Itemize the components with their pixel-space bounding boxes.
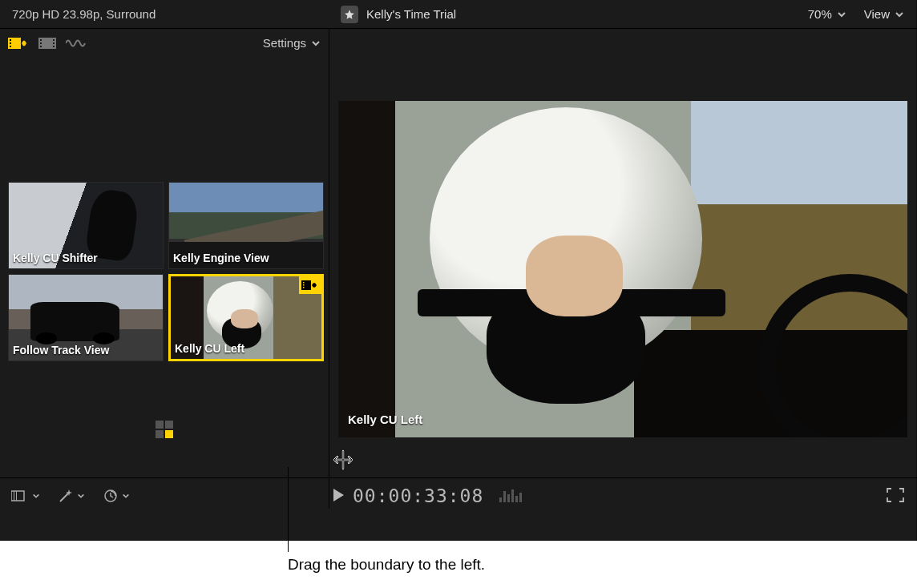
app-root: 720p HD 23.98p, Surround Kelly's Time Tr… [0, 0, 921, 588]
project-name[interactable]: Kelly's Time Trial [366, 7, 800, 21]
timeline-tools-left [0, 488, 324, 504]
settings-label: Settings [263, 36, 306, 50]
angle-viewer-panel: Settings Kelly CU Shifter Kelly Engine V… [0, 29, 329, 477]
angle-grid: Kelly CU Shifter Kelly Engine View Follo… [8, 182, 324, 361]
svg-rect-5 [40, 39, 42, 41]
fullscreen-button[interactable] [887, 485, 904, 506]
callout-leader-line [288, 467, 289, 552]
chevron-down-icon [32, 492, 40, 500]
chevron-down-icon [837, 10, 846, 19]
star-icon [344, 9, 355, 20]
chevron-down-icon [895, 10, 904, 19]
svg-rect-16 [14, 491, 14, 501]
angle-label: Follow Track View [13, 344, 109, 356]
chevron-down-icon [311, 38, 321, 48]
angle-tile[interactable]: Follow Track View [8, 274, 164, 361]
angle-layout-row [0, 417, 329, 441]
angle-tile[interactable]: Kelly Engine View [168, 182, 324, 269]
angle-tile[interactable]: Kelly CU Shifter [8, 182, 164, 269]
clip-appearance-button[interactable] [11, 489, 40, 503]
format-label: 720p HD 23.98p, Surround [0, 7, 341, 21]
svg-rect-7 [40, 46, 42, 47]
resize-cursor-icon [332, 449, 354, 474]
panel-divider[interactable] [329, 28, 329, 509]
svg-rect-10 [53, 46, 55, 47]
view-label: View [864, 7, 890, 21]
video-audio-switch-icon[interactable] [8, 36, 29, 50]
svg-rect-9 [53, 42, 55, 44]
svg-rect-13 [303, 284, 305, 286]
svg-rect-11 [301, 280, 311, 290]
viewer-topbar: 720p HD 23.98p, Surround Kelly's Time Tr… [0, 0, 917, 29]
svg-rect-1 [10, 39, 11, 41]
svg-rect-8 [53, 39, 55, 41]
viewer-area: Kelly CU Left [329, 29, 917, 477]
audio-meter-icon[interactable] [499, 489, 522, 502]
timeline-toolbar: 00:00:33:08 [0, 477, 917, 513]
svg-rect-12 [303, 282, 305, 284]
angle-label: Kelly Engine View [173, 252, 269, 264]
callout-text: Drag the boundary to the left. [288, 556, 485, 574]
viewer-frame[interactable]: Kelly CU Left [338, 101, 907, 437]
chevron-down-icon [122, 492, 130, 500]
svg-rect-2 [10, 42, 11, 44]
play-button[interactable] [332, 485, 345, 506]
angle-label: Kelly CU Left [175, 342, 244, 355]
favorite-button[interactable] [341, 6, 358, 23]
angle-grid-container: Kelly CU Shifter Kelly Engine View Follo… [0, 57, 329, 477]
svg-rect-17 [16, 491, 17, 501]
view-menu[interactable]: View [856, 7, 917, 21]
timecode-display[interactable]: 00:00:33:08 [353, 485, 483, 506]
effects-button[interactable] [58, 488, 85, 504]
body-split: Settings Kelly CU Shifter Kelly Engine V… [0, 29, 917, 477]
viewer-image [338, 101, 907, 437]
zoom-menu[interactable]: 70% [800, 7, 856, 21]
svg-rect-15 [11, 491, 24, 501]
angle-tile-active[interactable]: Kelly CU Left [168, 274, 324, 361]
video-switch-icon[interactable] [38, 36, 56, 50]
zoom-value: 70% [808, 7, 832, 21]
svg-rect-14 [303, 287, 305, 288]
audio-switch-icon[interactable] [66, 36, 87, 50]
svg-rect-6 [40, 42, 42, 44]
angle-label: Kelly CU Shifter [13, 252, 98, 264]
angle-switch-tabs: Settings [0, 29, 329, 57]
retime-button[interactable] [103, 488, 130, 504]
angle-settings-menu[interactable]: Settings [263, 36, 321, 50]
svg-rect-3 [10, 46, 11, 47]
angle-layout-button[interactable] [156, 421, 173, 438]
chevron-down-icon [77, 492, 85, 500]
viewer-clip-label: Kelly CU Left [348, 413, 422, 426]
editor-window: 720p HD 23.98p, Surround Kelly's Time Tr… [0, 0, 917, 541]
active-angle-badge-icon [299, 276, 321, 294]
